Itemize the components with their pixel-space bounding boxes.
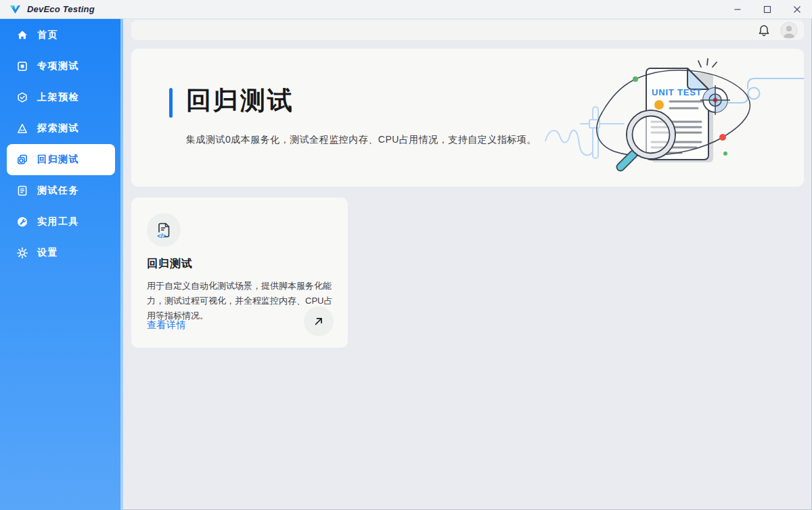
hero-banner: 回归测试 集成测试0成本服务化，测试全程监控内存、CPU占用情况，支持自定义指标…	[131, 49, 804, 187]
close-button[interactable]	[782, 0, 812, 19]
regression-test-icon	[16, 154, 28, 166]
sidebar-item-label: 测试任务	[37, 185, 79, 197]
home-icon	[16, 29, 28, 41]
orbit-green-dot	[633, 76, 638, 82]
sidebar-item-settings[interactable]: 设置	[0, 237, 123, 269]
tools-icon	[16, 216, 28, 228]
hero-accent-bar	[169, 88, 173, 118]
sidebar-item-test-task[interactable]: 测试任务	[0, 175, 123, 206]
sidebar-item-label: 上架预检	[37, 91, 79, 103]
sidebar-item-label: 首页	[37, 29, 58, 41]
open-card-arrow-button[interactable]	[304, 306, 334, 336]
sidebar-item-label: 回归测试	[37, 154, 79, 166]
sidebar-item-precheck[interactable]: 上架预检	[0, 82, 123, 113]
notification-bell-icon[interactable]	[757, 24, 771, 37]
card-icon-circle: </>	[147, 213, 181, 247]
exploration-test-icon	[16, 122, 28, 135]
sidebar-item-label: 设置	[37, 247, 58, 259]
minimize-button[interactable]	[723, 0, 752, 19]
script-file-icon: </>	[155, 221, 173, 239]
sidebar-nav: 首页 专项测试 上架预检	[0, 19, 123, 510]
settings-icon	[16, 247, 28, 259]
maximize-button[interactable]	[752, 0, 782, 19]
window-title: DevEco Testing	[27, 4, 95, 14]
window-controls	[723, 0, 812, 19]
unit-test-illustration: UNIT TEST	[541, 58, 804, 173]
sidebar-item-special-test[interactable]: 专项测试	[0, 51, 123, 82]
topbar	[131, 20, 804, 40]
svg-text:</>: </>	[157, 231, 166, 239]
unit-test-label: UNIT TEST	[652, 87, 702, 97]
sidebar-item-home[interactable]: 首页	[0, 20, 123, 51]
page-title: 回归测试	[186, 84, 294, 118]
regression-test-card[interactable]: </> 回归测试 用于自定义自动化测试场景，提供脚本服务化能力，测试过程可视化，…	[131, 198, 348, 348]
precheck-icon	[16, 91, 28, 103]
deveco-logo-icon	[9, 4, 21, 15]
card-title: 回归测试	[147, 257, 332, 271]
sidebar-item-tools[interactable]: 实用工具	[0, 206, 123, 237]
sidebar-item-exploration-test[interactable]: 探索测试	[0, 113, 123, 144]
special-test-icon	[16, 60, 28, 72]
window-titlebar: DevEco Testing	[0, 0, 812, 19]
user-avatar[interactable]	[780, 22, 798, 39]
sidebar-item-label: 探索测试	[37, 122, 79, 135]
test-task-icon	[16, 185, 28, 197]
main-content: 回归测试 集成测试0成本服务化，测试全程监控内存、CPU占用情况，支持自定义指标…	[123, 19, 812, 510]
sidebar-item-regression-test[interactable]: 回归测试	[7, 144, 115, 175]
sidebar-item-label: 实用工具	[37, 216, 79, 228]
orbit-red-dot	[719, 134, 726, 141]
sidebar-item-label: 专项测试	[37, 60, 79, 72]
view-details-link[interactable]: 查看详情	[147, 319, 186, 331]
arrow-up-right-icon	[312, 315, 325, 328]
